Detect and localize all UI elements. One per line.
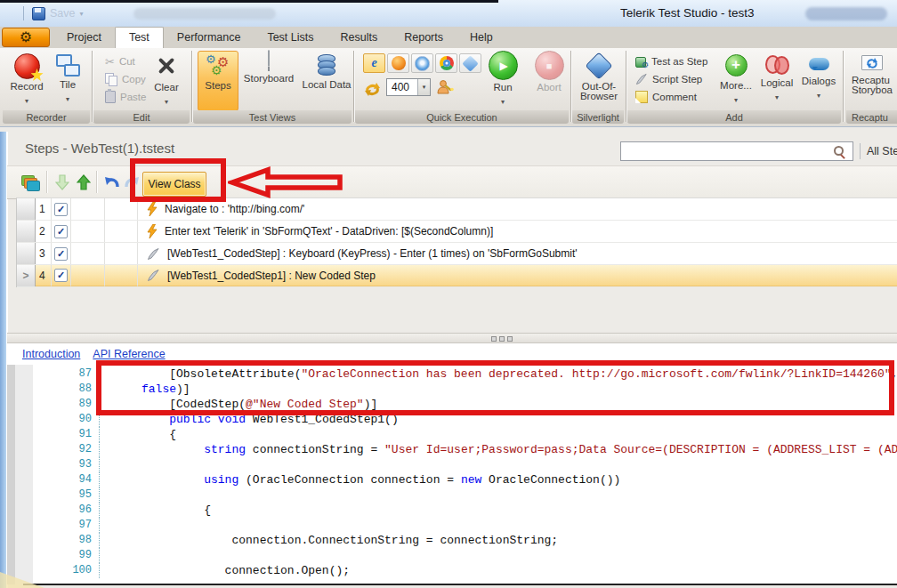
chrome-browser-button[interactable]	[435, 53, 457, 73]
save-icon[interactable]	[32, 7, 45, 20]
cut-label: Cut	[119, 56, 135, 67]
step-checkbox[interactable]: ✓	[52, 265, 71, 286]
safari-browser-button[interactable]	[411, 53, 433, 73]
tab-help[interactable]: Help	[457, 27, 506, 48]
script-step-label: Script Step	[652, 74, 702, 85]
step-text: Navigate to : 'http://bing.com/'	[165, 203, 304, 215]
tab-performance[interactable]: Performance	[164, 27, 255, 48]
record-button[interactable]: Record	[7, 51, 46, 109]
tab-test[interactable]: Test	[115, 27, 164, 49]
group-separator	[626, 51, 626, 122]
safari-icon	[415, 56, 430, 71]
manage-steps-button[interactable]	[20, 172, 41, 193]
recapture-storyboard-button[interactable]: RecaptuStoryboa	[847, 51, 897, 109]
step-description-cell[interactable]: [WebTest1_CodedStep] : Keyboard (KeyPres…	[138, 243, 897, 264]
code-line-95: 95	[33, 487, 897, 503]
code-line-98: 98 connection.ConnectionString = connect…	[33, 533, 897, 548]
ie-browser-button[interactable]: e	[363, 53, 385, 73]
user-wand-icon	[436, 78, 454, 96]
annotation-arrow-icon	[228, 165, 343, 199]
line-number: 95	[33, 487, 100, 503]
ribbon: Record Tile Recorder ✂Cut Copy Paste Cle…	[0, 48, 897, 127]
refresh-arrows-icon	[866, 58, 878, 68]
line-number: 97	[33, 518, 100, 533]
editor-indicator-margin	[15, 365, 33, 584]
line-number: 92	[33, 442, 100, 457]
steps-filter-dropdown[interactable]: All Step	[867, 145, 897, 157]
group-separator	[570, 51, 571, 122]
tab-results[interactable]: Results	[327, 27, 392, 48]
run-button[interactable]: Run	[482, 51, 523, 109]
paste-icon	[105, 91, 116, 103]
logical-button[interactable]: Logical	[758, 51, 796, 109]
redacted-account-area	[805, 7, 887, 20]
local-data-button[interactable]: Local Data	[301, 51, 352, 109]
silverlight-icon	[462, 55, 478, 71]
undo-button[interactable]	[101, 172, 123, 193]
move-step-up-button[interactable]	[73, 172, 94, 193]
step-row-3[interactable]: 3✓[WebTest1_CodedStep] : Keyboard (KeyPr…	[17, 243, 897, 265]
save-dropdown-caret[interactable]: ▾	[80, 10, 84, 18]
record-star-icon	[31, 68, 44, 81]
user-settings-button[interactable]	[434, 77, 456, 98]
move-step-down-button[interactable]	[52, 172, 73, 193]
line-number: 93	[33, 457, 100, 472]
step-checkbox[interactable]: ✓	[52, 221, 71, 242]
panel-splitter[interactable]	[7, 333, 897, 343]
test-as-step-button[interactable]: ⚙Test as Step	[635, 53, 707, 69]
copy-button[interactable]: Copy	[105, 71, 146, 87]
refresh-speed-button[interactable]	[361, 78, 383, 100]
step-description-cell[interactable]: Navigate to : 'http://bing.com/'	[138, 198, 897, 220]
row-header[interactable]	[17, 198, 36, 220]
tab-test-lists[interactable]: Test Lists	[254, 27, 327, 48]
save-button[interactable]: Save	[50, 7, 76, 20]
paste-label: Paste	[120, 92, 146, 102]
steps-rows: 1✓Navigate to : 'http://bing.com/'2✓Ente…	[17, 198, 897, 287]
stacked-cards-icon	[21, 175, 39, 190]
more-caret-icon	[734, 90, 738, 106]
tab-reports[interactable]: Reports	[391, 27, 457, 48]
cut-button[interactable]: ✂Cut	[105, 53, 135, 69]
step-description-cell[interactable]: Enter text 'Telerik' in 'SbFormQText' - …	[138, 221, 897, 242]
application-menu-button[interactable]: ⚙	[2, 28, 50, 47]
test-as-step-label: Test as Step	[651, 56, 707, 67]
steps-search-input[interactable]	[620, 141, 853, 161]
steps-view-button[interactable]: ⚙⚙⚙ Steps	[198, 51, 238, 111]
silverlight-browser-button[interactable]	[459, 53, 481, 73]
speed-dropdown-caret[interactable]	[417, 79, 430, 95]
comment-button[interactable]: Comment	[635, 89, 697, 105]
firefox-browser-button[interactable]	[387, 53, 409, 73]
group-separator	[843, 51, 844, 122]
magnifier-icon[interactable]	[834, 146, 845, 157]
comment-label: Comment	[652, 92, 697, 102]
browser-selector: e	[363, 53, 481, 73]
link-introduction[interactable]: Introduction	[22, 348, 80, 360]
tile-caret-icon	[66, 89, 69, 105]
annotation-rect-view-class	[130, 158, 226, 202]
speed-combo[interactable]: 400	[386, 78, 431, 96]
row-header[interactable]	[17, 221, 36, 242]
line-number: 89	[33, 397, 100, 412]
redacted-toolbar-area	[133, 8, 276, 20]
storyboard-button[interactable]: Storyboard	[240, 51, 297, 109]
abort-button[interactable]: Abort	[529, 51, 570, 109]
row-header[interactable]: >	[17, 265, 36, 286]
more-button[interactable]: More...	[717, 51, 755, 109]
script-step-button[interactable]: Script Step	[635, 71, 702, 87]
clear-button[interactable]: Clear	[148, 51, 185, 109]
database-icon	[318, 54, 335, 76]
row-header[interactable]	[17, 243, 36, 264]
splitter-grip-icon[interactable]	[491, 336, 513, 342]
out-of-browser-button[interactable]: Out-Of-Browser	[574, 51, 624, 109]
step-row-4[interactable]: >4✓[WebTest1_CodedStep1] : New Coded Ste…	[17, 265, 897, 287]
step-description-cell[interactable]: [WebTest1_CodedStep1] : New Coded Step	[138, 265, 897, 286]
step-row-2[interactable]: 2✓Enter text 'Telerik' in 'SbFormQText' …	[17, 221, 897, 243]
line-number: 90	[33, 412, 100, 427]
dialogs-button[interactable]: Dialogs	[799, 51, 838, 109]
tab-project[interactable]: Project	[53, 27, 115, 48]
paste-button[interactable]: Paste	[105, 89, 146, 105]
tile-button[interactable]: Tile	[50, 51, 85, 109]
step-checkbox[interactable]: ✓	[52, 198, 71, 220]
step-checkbox[interactable]: ✓	[52, 243, 71, 264]
link-api-reference[interactable]: API Reference	[93, 348, 165, 360]
